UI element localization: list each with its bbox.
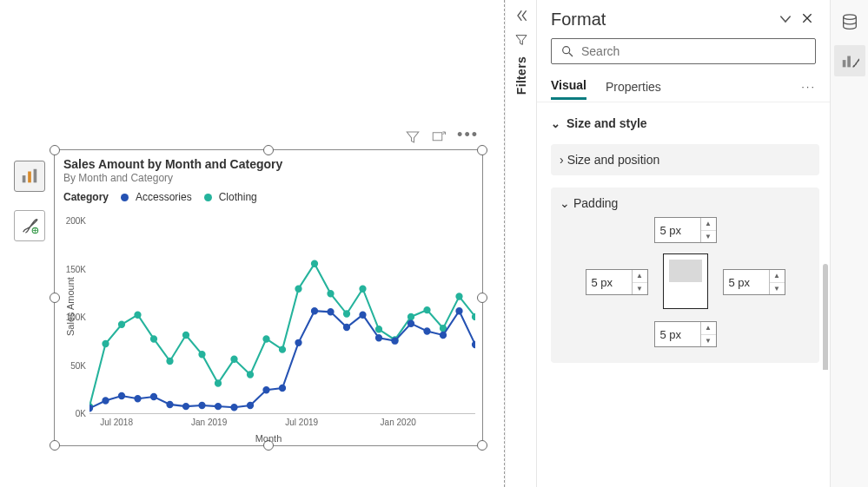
scrollbar-thumb[interactable] xyxy=(823,264,828,370)
step-up-icon[interactable]: ▲ xyxy=(770,270,785,283)
svg-point-38 xyxy=(167,402,172,407)
svg-point-49 xyxy=(344,325,349,330)
collapse-pane-button[interactable] xyxy=(778,11,793,27)
format-tabs-more[interactable]: ··· xyxy=(801,80,816,98)
svg-point-50 xyxy=(360,312,365,317)
svg-point-15 xyxy=(199,352,204,357)
chart-visual[interactable]: ••• Sales Amount by Month and Category B… xyxy=(54,149,483,446)
step-down-icon[interactable]: ▼ xyxy=(770,283,785,295)
svg-point-36 xyxy=(135,396,140,401)
section-size-and-style[interactable]: ⌄ Size and style xyxy=(551,109,819,137)
canvas-paint-button[interactable] xyxy=(14,210,45,241)
svg-point-16 xyxy=(215,380,221,385)
step-up-icon[interactable]: ▲ xyxy=(701,218,716,231)
card-head-padding[interactable]: ⌄ Padding xyxy=(560,196,811,210)
y-tick: 150K xyxy=(56,265,86,274)
padding-bottom-input[interactable]: 5 px ▲▼ xyxy=(654,321,717,347)
svg-point-26 xyxy=(376,326,381,332)
chart-subtitle: By Month and Category xyxy=(63,172,474,184)
close-pane-button[interactable] xyxy=(800,11,816,27)
step-down-icon[interactable]: ▼ xyxy=(701,231,716,243)
tab-properties[interactable]: Properties xyxy=(606,80,661,99)
svg-point-56 xyxy=(456,308,461,313)
chevron-right-icon: › xyxy=(560,153,564,167)
svg-point-46 xyxy=(295,340,301,346)
svg-point-10 xyxy=(119,322,124,327)
svg-point-33 xyxy=(89,405,92,411)
stepper[interactable]: ▲▼ xyxy=(700,322,716,346)
stepper[interactable]: ▲▼ xyxy=(632,270,647,294)
focus-mode-icon xyxy=(431,129,447,145)
svg-point-23 xyxy=(328,291,333,296)
format-pane-button[interactable] xyxy=(834,45,865,76)
data-pane-button[interactable] xyxy=(834,7,865,38)
svg-point-25 xyxy=(360,286,365,292)
legend-dot-clothing xyxy=(204,194,212,201)
step-up-icon[interactable]: ▲ xyxy=(633,270,647,283)
tab-visual[interactable]: Visual xyxy=(551,78,586,100)
svg-point-17 xyxy=(231,357,236,362)
svg-point-12 xyxy=(151,336,156,341)
stepper[interactable]: ▲▼ xyxy=(700,218,716,242)
filters-pane-collapsed[interactable]: Filters xyxy=(505,0,536,487)
plot-area: 0K 50K 100K 150K 200K Jul 2018 Jan 2019 … xyxy=(89,221,475,414)
paint-brush-icon xyxy=(20,216,39,235)
x-tick: Jul 2019 xyxy=(285,418,318,427)
funnel-icon xyxy=(405,129,421,145)
padding-left-input[interactable]: 5 px ▲▼ xyxy=(586,269,648,295)
svg-point-41 xyxy=(215,404,221,409)
legend-label-accessories: Accessories xyxy=(136,191,192,203)
section-label: Size and style xyxy=(567,116,647,130)
svg-point-42 xyxy=(231,405,236,410)
svg-point-39 xyxy=(183,404,189,409)
chevrons-left-icon xyxy=(514,9,528,23)
report-canvas[interactable]: ••• Sales Amount by Month and Category B… xyxy=(0,0,504,487)
card-head-size-and-position[interactable]: › Size and position xyxy=(560,153,811,167)
padding-preview-box xyxy=(663,253,708,309)
expand-filters-icon[interactable] xyxy=(514,9,528,26)
format-pane: Format Visual Properties ··· ⌄ Size and … xyxy=(536,0,830,487)
format-search-box[interactable] xyxy=(551,38,816,64)
svg-point-31 xyxy=(456,293,461,299)
canvas-visual-type-button[interactable] xyxy=(14,161,45,192)
chevron-down-icon: ⌄ xyxy=(551,117,563,130)
search-icon xyxy=(560,44,574,58)
card-label: Padding xyxy=(573,196,618,210)
padding-bottom-value: 5 px xyxy=(660,328,682,341)
stepper[interactable]: ▲▼ xyxy=(769,270,785,294)
svg-rect-1 xyxy=(28,172,31,183)
padding-top-input[interactable]: 5 px ▲▼ xyxy=(654,217,717,243)
y-tick: 100K xyxy=(56,313,86,322)
bar-paint-icon xyxy=(840,51,859,70)
visual-more-icon[interactable]: ••• xyxy=(457,126,479,144)
y-tick: 0K xyxy=(56,409,86,418)
step-up-icon[interactable]: ▲ xyxy=(701,322,716,335)
format-tabs: Visual Properties ··· xyxy=(537,69,830,102)
svg-rect-61 xyxy=(842,60,845,67)
step-down-icon[interactable]: ▼ xyxy=(701,335,716,347)
svg-point-43 xyxy=(248,403,253,408)
svg-point-48 xyxy=(328,309,333,314)
card-padding: ⌄ Padding 5 px ▲▼ 5 px ▲▼ 5 px ▲▼ 5 xyxy=(551,188,819,363)
x-tick: Jan 2019 xyxy=(191,418,227,427)
visual-filter-icon[interactable] xyxy=(405,129,421,148)
x-axis-label: Month xyxy=(255,433,282,444)
x-tick: Jan 2020 xyxy=(381,418,416,427)
svg-point-40 xyxy=(199,403,204,408)
legend-dot-accessories xyxy=(121,194,129,201)
svg-point-9 xyxy=(103,341,108,346)
visual-focus-icon[interactable] xyxy=(431,129,447,148)
step-down-icon[interactable]: ▼ xyxy=(633,283,647,295)
funnel-icon xyxy=(514,33,528,47)
format-search-input[interactable] xyxy=(581,44,806,58)
svg-point-55 xyxy=(441,332,446,338)
chart-title: Sales Amount by Month and Category xyxy=(63,157,474,171)
svg-point-60 xyxy=(843,15,856,20)
padding-right-input[interactable]: 5 px ▲▼ xyxy=(723,269,785,295)
svg-point-14 xyxy=(183,332,189,338)
svg-point-47 xyxy=(312,308,317,313)
padding-right-value: 5 px xyxy=(729,276,751,289)
svg-point-30 xyxy=(441,326,446,331)
padding-top-value: 5 px xyxy=(660,224,682,237)
legend-label-clothing: Clothing xyxy=(219,191,257,203)
